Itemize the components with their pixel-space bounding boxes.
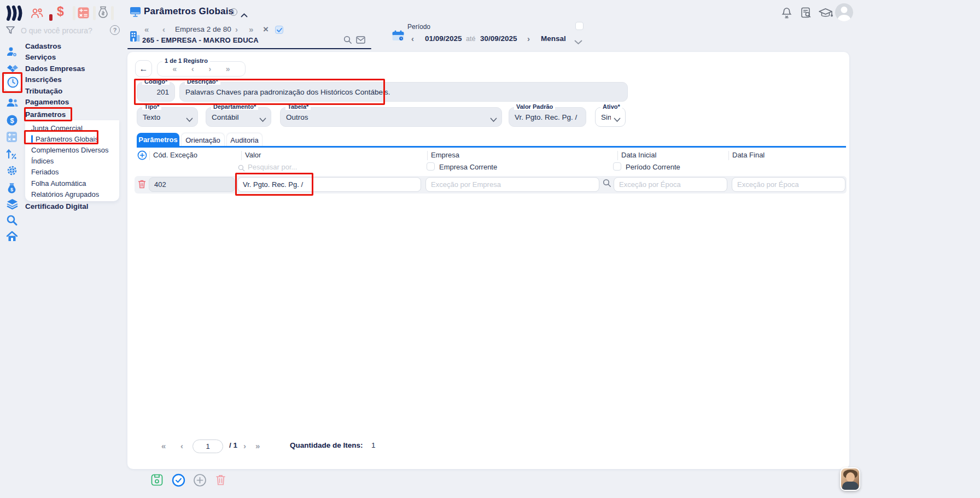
- sidebar-item-tributacao[interactable]: Tributação: [25, 85, 126, 97]
- company-clear-button[interactable]: ×: [263, 24, 269, 35]
- sidebar-item-cadastros[interactable]: Cadastros: [25, 40, 126, 52]
- info-icon[interactable]: i: [230, 8, 237, 16]
- menu-parametros[interactable]: Parâmetros: [25, 108, 126, 121]
- submenu-complementos-diversos[interactable]: Complementos Diversos: [31, 144, 119, 155]
- period-start-date[interactable]: 01/09/2025: [425, 34, 462, 43]
- user-avatar[interactable]: [835, 3, 853, 21]
- row-delete-trash-icon[interactable]: [138, 179, 146, 191]
- page-next-button[interactable]: ›: [243, 441, 246, 450]
- save-button[interactable]: [150, 473, 164, 487]
- record-prev-button[interactable]: ‹: [191, 65, 194, 73]
- company-search-icon[interactable]: [343, 36, 352, 46]
- rail-money-bag-icon[interactable]: $: [6, 181, 18, 194]
- back-button[interactable]: ←: [135, 60, 152, 77]
- company-next-button[interactable]: ›: [235, 25, 238, 34]
- tab-parametros[interactable]: Parâmetros: [137, 133, 179, 147]
- clock-rail-icon[interactable]: [7, 76, 19, 88]
- add-row-button[interactable]: [137, 150, 147, 162]
- graduation-cap-icon[interactable]: [818, 7, 833, 22]
- document-search-icon[interactable]: [800, 7, 812, 22]
- record-next-button[interactable]: ›: [208, 65, 211, 73]
- record-last-button[interactable]: »: [226, 65, 230, 73]
- periodo-corrente-checkbox[interactable]: [613, 162, 621, 171]
- sidebar-item-certificado-digital[interactable]: Certificado Digital: [25, 202, 89, 210]
- company-name[interactable]: 265 - EMPRESA - MAKRO EDUCA: [142, 36, 259, 44]
- period-mode-select[interactable]: Mensal: [541, 34, 566, 43]
- filter-icon[interactable]: [5, 26, 15, 37]
- row-empresa-search-icon[interactable]: [603, 179, 611, 190]
- money-bag-module-icon[interactable]: [97, 5, 109, 22]
- company-checked-checkbox[interactable]: [275, 26, 283, 34]
- descricao-field[interactable]: Descrição* Palavras Chaves para padroniz…: [179, 82, 628, 102]
- dollar-module-icon[interactable]: $: [57, 4, 64, 19]
- sidebar-item-dados-empresas[interactable]: Dados Empresas: [25, 63, 126, 74]
- help-icon[interactable]: ?: [110, 25, 120, 35]
- ativo-select[interactable]: Ativo* Sim: [595, 107, 626, 127]
- app-logo[interactable]: [5, 5, 23, 24]
- column-header-valor[interactable]: Valor: [245, 151, 261, 159]
- page-last-button[interactable]: »: [255, 441, 260, 450]
- submenu-feriados[interactable]: Feriados: [31, 167, 119, 178]
- row-valor-input[interactable]: [237, 177, 421, 192]
- submenu-relatorios-agrupados[interactable]: Relatórios Agrupados: [31, 189, 119, 200]
- rail-trend-percent-icon[interactable]: [6, 148, 18, 160]
- tab-auditoria[interactable]: Auditoria: [226, 133, 262, 147]
- row-data-inicial-input[interactable]: [614, 177, 727, 192]
- calculator-module-icon[interactable]: [77, 7, 90, 21]
- rail-gear-globe-icon[interactable]: [6, 165, 18, 177]
- sidebar-item-pagamentos[interactable]: Pagamentos: [25, 97, 126, 108]
- period-mode-chevron-icon[interactable]: [574, 37, 582, 47]
- rail-calculator-icon[interactable]: [6, 131, 18, 143]
- sidebar-item-servicos[interactable]: Serviços: [25, 52, 126, 63]
- rail-dollar-icon[interactable]: $: [6, 114, 18, 126]
- rail-layers-icon[interactable]: [6, 198, 18, 210]
- delete-button[interactable]: [215, 474, 229, 487]
- column-header-data-final[interactable]: Data Final: [732, 151, 765, 159]
- add-new-button[interactable]: [193, 473, 206, 487]
- valor-filter-search-icon[interactable]: [238, 164, 245, 174]
- rail-home-icon[interactable]: [6, 231, 18, 243]
- record-first-button[interactable]: «: [172, 65, 177, 73]
- current-page-input[interactable]: 1: [192, 440, 223, 453]
- notifications-bell-icon[interactable]: [781, 7, 792, 22]
- company-last-button[interactable]: »: [249, 25, 253, 34]
- user-photo-avatar[interactable]: [840, 467, 860, 491]
- rail-person-settings-icon[interactable]: [6, 46, 18, 58]
- row-cod-excecao-input[interactable]: [149, 177, 235, 192]
- valor-padrao-field[interactable]: Valor Padrão Vr. Pgto. Rec. Pg. /: [509, 107, 586, 127]
- valor-filter-input[interactable]: Pesquisar por...: [248, 163, 297, 171]
- rail-search-icon[interactable]: [6, 214, 18, 226]
- period-checkbox[interactable]: [575, 22, 584, 30]
- column-separator: [149, 151, 150, 160]
- column-header-cod-excecao[interactable]: Cód. Exceção: [153, 151, 197, 159]
- company-prev-button[interactable]: ‹: [162, 25, 165, 34]
- column-header-empresa[interactable]: Empresa: [431, 151, 459, 159]
- submenu-junta-comercial[interactable]: Junta Comercial: [31, 122, 119, 133]
- tabela-select[interactable]: Tabela* Outros: [280, 107, 502, 127]
- departamento-select[interactable]: Departamento* Contábil: [206, 107, 271, 127]
- row-data-final-input[interactable]: [732, 177, 845, 192]
- row-empresa-input[interactable]: [425, 177, 599, 192]
- people-module-icon[interactable]: [30, 7, 44, 22]
- page-prev-button[interactable]: ‹: [180, 441, 183, 450]
- submenu-parametros-globais[interactable]: Parâmetros Globais: [31, 133, 119, 144]
- codigo-field[interactable]: Código* 201: [137, 82, 175, 102]
- empresa-corrente-checkbox[interactable]: [427, 162, 435, 171]
- sidebar-item-inscricoes[interactable]: Inscrições: [25, 74, 126, 86]
- calendar-icon: [392, 30, 405, 44]
- confirm-button[interactable]: [172, 473, 185, 487]
- collapse-chevron-icon[interactable]: [241, 10, 248, 20]
- period-end-date[interactable]: 30/09/2025: [480, 34, 517, 43]
- envelope-icon[interactable]: [356, 36, 365, 46]
- global-search-input[interactable]: O que você procura?: [21, 26, 92, 35]
- submenu-folha-automatica[interactable]: Folha Automática: [31, 178, 119, 189]
- company-first-button[interactable]: «: [144, 25, 149, 34]
- column-header-data-inicial[interactable]: Data Inicial: [621, 151, 656, 159]
- period-prev-button[interactable]: ‹: [411, 34, 414, 43]
- period-next-button[interactable]: ›: [527, 34, 530, 43]
- tab-orientacao[interactable]: Orientação: [181, 133, 225, 147]
- page-first-button[interactable]: «: [161, 441, 166, 450]
- tipo-select[interactable]: Tipo* Texto: [137, 107, 198, 127]
- submenu-indices[interactable]: Índices: [31, 156, 119, 167]
- rail-people-icon[interactable]: [6, 97, 18, 109]
